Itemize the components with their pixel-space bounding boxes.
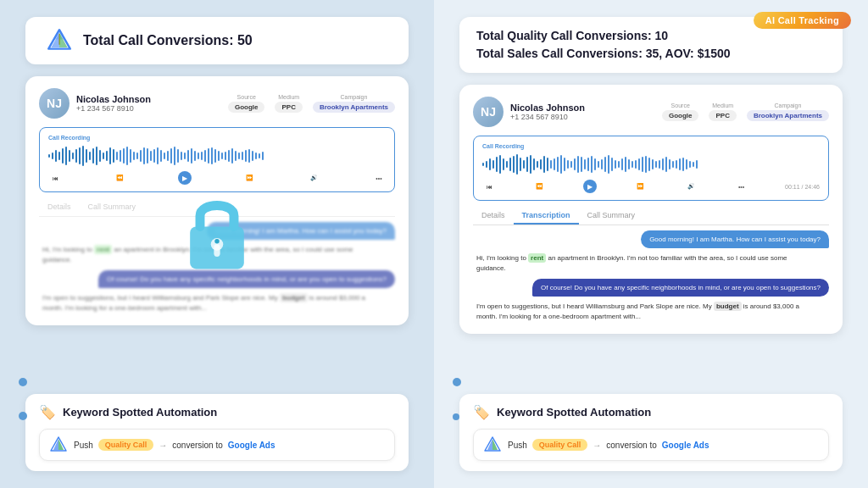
tab-transcription-right[interactable]: Transcription	[514, 208, 579, 225]
lock-icon	[175, 188, 259, 273]
keyword-emoji-right: 🏷️	[473, 404, 490, 420]
medium-meta-right: Medium PPC	[709, 103, 736, 121]
user-info-row-right: NJ Nicolas Johnson +1 234 567 8910 Sourc…	[473, 97, 829, 127]
user-name-right: Nicolas Johnson	[510, 103, 655, 113]
lock-overlay	[25, 76, 409, 384]
dot-left-2	[19, 412, 27, 420]
keyword-title-right: Keyword Spotted Automation	[497, 406, 651, 419]
campaign-value-right: Brooklyn Apartments	[747, 110, 829, 121]
waveform-right	[482, 152, 820, 176]
highlight-budget-right: budget	[714, 302, 742, 311]
total-conversions-label: Total Call Conversions: 50	[83, 33, 253, 48]
automation-text-right: Push Quality Call → conversion to Google…	[508, 439, 709, 451]
main-card-wrapper-right: NJ Nicolas Johnson +1 234 567 8910 Sourc…	[459, 85, 843, 384]
forward-btn-right[interactable]: ⏩	[634, 180, 648, 193]
recording-box-right: Call Recording ⏮ ⏪ ▶ ⏩ 🔊 ••• 00:11 / 24:…	[473, 136, 829, 201]
ai-badge: AI Call Tracking	[754, 12, 851, 29]
source-value-right: Google	[662, 110, 699, 121]
play-btn-right[interactable]: ▶	[583, 180, 597, 193]
svg-rect-7	[214, 244, 220, 257]
tabs-right[interactable]: Details Transcription Call Summary	[473, 208, 829, 225]
keyword-title-row-left: 🏷️ Keyword Spotted Automation	[39, 404, 395, 420]
main-card-wrapper: NJ Nicolas Johnson +1 234 567 8910 Sourc…	[25, 76, 409, 384]
svg-point-8	[214, 239, 219, 243]
recording-label-right: Call Recording	[482, 143, 820, 149]
keyword-title-row-right: 🏷️ Keyword Spotted Automation	[473, 404, 829, 420]
quality-tag-left: Quality Call	[98, 439, 154, 451]
msg-user1-right: Hi, I'm looking to rent an apartment in …	[473, 253, 811, 274]
source-label-right: Source	[671, 103, 690, 108]
chat-area-right: Good morning! I am Martha. How can I ass…	[473, 230, 829, 322]
google-ads-icon	[46, 27, 73, 54]
conversion-label-right: conversion to	[606, 441, 656, 450]
automation-text-left: Push Quality Call → conversion to Google…	[74, 439, 275, 451]
google-ads-label-right: Google Ads	[662, 441, 709, 450]
push-label-left: Push	[74, 441, 93, 450]
arrow-right: →	[593, 441, 601, 450]
conversion-label-left: conversion to	[172, 441, 222, 450]
total-quality-label: Total Quality Call Conversions: 10 Total…	[476, 27, 826, 63]
keyword-box-left: 🏷️ Keyword Spotted Automation Push Quali…	[25, 394, 409, 471]
msg-user2-right: I'm open to suggestions, but I heard Wil…	[473, 302, 811, 322]
google-ads-label-left: Google Ads	[228, 441, 275, 450]
dot-right-1	[453, 378, 461, 386]
total-conversions-box: Total Call Conversions: 50	[25, 17, 409, 64]
volume-btn-right[interactable]: 🔊	[684, 180, 698, 193]
campaign-label-right: Campaign	[775, 103, 802, 108]
campaign-meta-right: Campaign Brooklyn Apartments	[747, 103, 829, 121]
right-panel: AI Call Tracking Total Quality Call Conv…	[434, 0, 868, 488]
dot-right-2	[453, 413, 459, 420]
automation-row-right: Push Quality Call → conversion to Google…	[473, 429, 829, 461]
keyword-box-right: 🏷️ Keyword Spotted Automation Push Quali…	[459, 394, 843, 471]
arrow-left: →	[159, 441, 167, 450]
msg-bot-right: Of course! Do you have any specific neig…	[532, 279, 829, 297]
skip-back-btn-right[interactable]: ⏮	[482, 180, 496, 193]
dot-left-1	[19, 378, 27, 386]
keyword-title-left: Keyword Spotted Automation	[63, 406, 217, 419]
msg-martha-right: Good morning! I am Martha. How can I ass…	[641, 230, 829, 248]
user-info-right: Nicolas Johnson +1 234 567 8910	[510, 103, 655, 121]
medium-value-right: PPC	[709, 110, 736, 121]
avatar-right: NJ	[473, 97, 504, 127]
meta-tags-right: Source Google Medium PPC Campaign Brookl…	[662, 103, 829, 121]
quality-tag-right: Quality Call	[532, 439, 588, 451]
call-card-right: NJ Nicolas Johnson +1 234 567 8910 Sourc…	[459, 85, 843, 334]
left-panel: Total Call Conversions: 50 NJ Nicolas Jo…	[0, 0, 434, 488]
user-phone-right: +1 234 567 8910	[510, 113, 655, 121]
highlight-rent-right: rent	[528, 253, 546, 263]
medium-label-right: Medium	[712, 103, 733, 108]
automation-google-ads-icon-right	[484, 436, 501, 453]
tab-details-right[interactable]: Details	[473, 208, 514, 225]
time-display-right: 00:11 / 24:46	[785, 184, 820, 190]
source-meta-right: Source Google	[662, 103, 699, 121]
keyword-emoji-left: 🏷️	[39, 404, 56, 420]
rewind-btn-right[interactable]: ⏪	[533, 180, 547, 193]
automation-row-left: Push Quality Call → conversion to Google…	[39, 429, 395, 461]
push-label-right: Push	[508, 441, 527, 450]
playback-controls-right: ⏮ ⏪ ▶ ⏩ 🔊 ••• 00:11 / 24:46	[482, 180, 820, 193]
more-btn-right[interactable]: •••	[735, 180, 748, 193]
tab-call-summary-right[interactable]: Call Summary	[579, 208, 644, 225]
automation-google-ads-icon-left	[50, 436, 67, 453]
